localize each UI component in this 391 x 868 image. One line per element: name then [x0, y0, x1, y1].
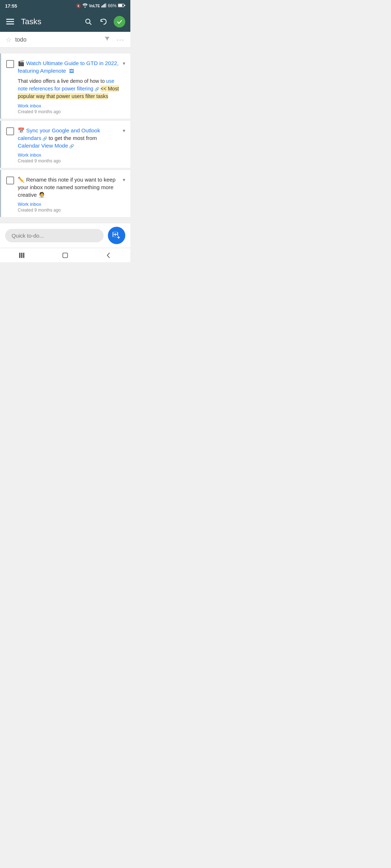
filter-button[interactable]: [104, 35, 110, 44]
svg-rect-9: [6, 19, 14, 20]
task-list: 🎬 Watch Ultimate Guide to GTD in 2022, f…: [0, 48, 130, 223]
nav-back[interactable]: [101, 251, 116, 260]
app-bar: Tasks: [0, 12, 130, 32]
status-time: 17:55: [5, 3, 17, 9]
task-title[interactable]: 📅 Sync your Google and Outlook calendars…: [18, 127, 119, 149]
task-source[interactable]: Work inbox: [18, 103, 125, 109]
svg-rect-5: [105, 3, 106, 7]
battery-icon: [118, 3, 125, 8]
filter-actions: ···: [104, 35, 125, 44]
app-bar-actions: [83, 16, 125, 27]
svg-rect-7: [118, 4, 122, 7]
list-name: todo: [15, 37, 100, 43]
link-icon-2: 🔗: [68, 144, 74, 148]
task-expand-button[interactable]: ▾: [123, 177, 125, 183]
signal-icon: [101, 3, 106, 8]
quick-todo-input[interactable]: [5, 229, 104, 242]
task-emoji: 📅: [18, 127, 26, 133]
task-meta: Work inbox Created 9 months ago: [18, 103, 125, 114]
status-bar: 17:55 🔇 VoLTE 66%: [0, 0, 130, 12]
task-emoji: 🎬: [18, 60, 26, 66]
link-icon-1: 🔗: [41, 136, 49, 141]
svg-rect-16: [114, 234, 117, 235]
svg-rect-10: [6, 21, 14, 22]
body-intro: That video offers a live demo of how to: [18, 78, 106, 84]
svg-point-0: [84, 7, 85, 8]
svg-point-12: [86, 19, 90, 24]
task-checkbox[interactable]: [6, 60, 14, 68]
task-source[interactable]: Work inbox: [18, 201, 125, 207]
task-expand-button[interactable]: ▾: [123, 60, 125, 66]
menu-button[interactable]: [5, 17, 15, 27]
link-icon: 🔗: [93, 87, 101, 91]
task-checkbox[interactable]: [6, 176, 14, 184]
more-button[interactable]: ···: [116, 35, 125, 44]
svg-rect-19: [117, 237, 120, 238]
lte-icon: VoLTE: [89, 4, 100, 8]
task-header: 🎬 Watch Ultimate Guide to GTD in 2022, f…: [6, 59, 125, 75]
note-ref-icon: 🖼: [69, 68, 74, 74]
svg-rect-1: [101, 6, 102, 7]
task-header: ✏️ Rename this note if you want to keep …: [6, 176, 125, 199]
task-title[interactable]: 🎬 Watch Ultimate Guide to GTD in 2022, f…: [18, 59, 119, 75]
task-emoji: ✏️: [18, 176, 26, 183]
add-task-button[interactable]: [108, 227, 125, 244]
battery-text: 66%: [108, 3, 117, 8]
task-meta: Work inbox Created 9 months ago: [18, 201, 125, 213]
app-title: Tasks: [21, 17, 77, 26]
undo-button[interactable]: [98, 17, 109, 27]
svg-rect-20: [19, 252, 21, 258]
nav-home[interactable]: [58, 251, 72, 260]
sync-button[interactable]: [114, 16, 125, 27]
task-header: 📅 Sync your Google and Outlook calendars…: [6, 127, 125, 149]
silent-icon: 🔇: [76, 4, 81, 8]
svg-rect-23: [63, 253, 67, 258]
task-source[interactable]: Work inbox: [18, 152, 125, 158]
svg-rect-2: [102, 5, 103, 7]
task-date: Created 9 months ago: [18, 109, 125, 114]
svg-rect-21: [21, 252, 22, 258]
svg-rect-3: [104, 4, 104, 7]
star-icon[interactable]: ☆: [6, 36, 12, 44]
nav-bar: [0, 248, 130, 262]
task-item: 📅 Sync your Google and Outlook calendars…: [0, 121, 130, 168]
task-date: Created 9 months ago: [18, 208, 125, 213]
task-body: That video offers a live demo of how to …: [18, 77, 125, 100]
task-title[interactable]: ✏️ Rename this note if you want to keep …: [18, 176, 119, 199]
task-item: ✏️ Rename this note if you want to keep …: [0, 170, 130, 217]
svg-rect-22: [23, 252, 25, 258]
wifi-icon: [83, 3, 88, 8]
task-expand-button[interactable]: ▾: [123, 128, 125, 133]
filter-bar: ☆ todo ···: [0, 32, 130, 48]
nav-recent-apps[interactable]: [14, 251, 29, 260]
svg-rect-4: [104, 4, 105, 8]
task-meta: Work inbox Created 9 months ago: [18, 152, 125, 163]
task-checkbox[interactable]: [6, 127, 14, 135]
status-icons: 🔇 VoLTE 66%: [76, 3, 125, 8]
svg-rect-11: [6, 24, 14, 25]
svg-rect-8: [125, 5, 126, 6]
svg-line-13: [89, 23, 91, 25]
bottom-bar: [0, 223, 130, 248]
task-date: Created 9 months ago: [18, 158, 125, 163]
search-button[interactable]: [83, 17, 93, 27]
task-item: 🎬 Watch Ultimate Guide to GTD in 2022, f…: [0, 54, 130, 119]
